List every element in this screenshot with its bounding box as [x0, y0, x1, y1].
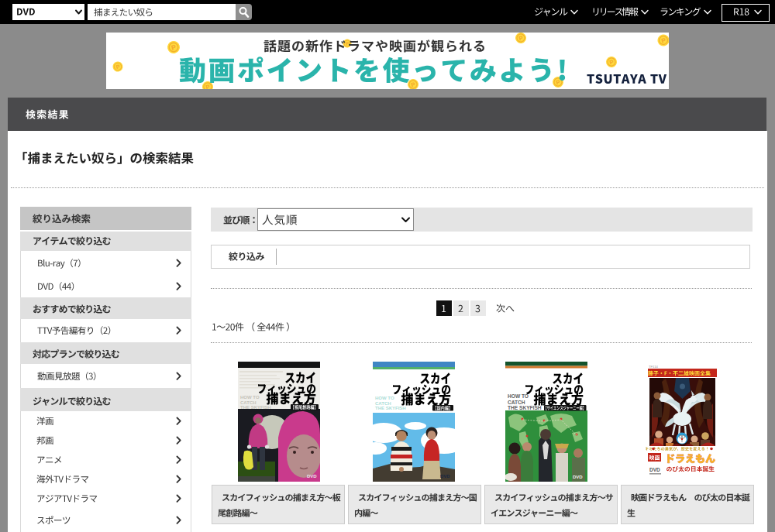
svg-text:CATCH: CATCH	[375, 401, 391, 406]
svg-text:DVD: DVD	[573, 475, 583, 479]
svg-text:THE SKYFISH: THE SKYFISH	[508, 405, 542, 410]
svg-text:TF114: TF114	[649, 365, 658, 369]
svg-text:HOW TO: HOW TO	[240, 395, 260, 400]
svg-text:THE SKYFISH: THE SKYFISH	[375, 406, 406, 410]
svg-text:CATCH: CATCH	[240, 400, 257, 405]
svg-text:DVD: DVD	[307, 474, 317, 479]
svg-text:DVD: DVD	[649, 467, 660, 472]
svg-text:HOW TO: HOW TO	[375, 396, 394, 400]
svg-text:CATCH: CATCH	[508, 400, 525, 405]
svg-text:THE SKYFISH: THE SKYFISH	[240, 405, 271, 410]
svg-text:HOW TO: HOW TO	[508, 393, 529, 399]
svg-text:DVD: DVD	[440, 474, 450, 479]
